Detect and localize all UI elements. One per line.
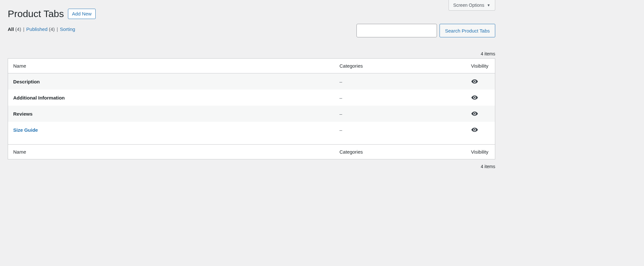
row-categories: –: [334, 122, 466, 145]
screen-options-label: Screen Options: [453, 3, 485, 8]
column-header-visibility[interactable]: Visibility: [466, 59, 495, 73]
eye-icon: [471, 94, 478, 101]
row-categories: –: [334, 106, 466, 122]
search-input[interactable]: [356, 24, 437, 37]
filter-all[interactable]: All (4): [8, 26, 21, 32]
column-footer-categories: Categories: [334, 145, 466, 159]
row-visibility: [466, 122, 495, 145]
add-new-button[interactable]: Add New: [68, 9, 96, 19]
row-name[interactable]: Description: [13, 79, 40, 84]
row-categories: –: [334, 73, 466, 90]
separator: |: [57, 26, 58, 32]
search-form: Search Product Tabs: [356, 24, 495, 37]
column-header-name[interactable]: Name: [8, 59, 335, 73]
eye-icon: [471, 126, 478, 133]
table-row: Reviews–: [8, 106, 495, 122]
eye-icon: [471, 78, 478, 85]
column-footer-name: Name: [8, 145, 335, 159]
row-visibility: [466, 90, 495, 106]
eye-icon: [471, 110, 478, 117]
table-row: Additional Information–: [8, 90, 495, 106]
item-count-top: 4 items: [8, 49, 495, 58]
column-footer-visibility: Visibility: [466, 145, 495, 159]
search-button[interactable]: Search Product Tabs: [440, 24, 495, 37]
row-name[interactable]: Reviews: [13, 111, 33, 117]
row-visibility: [466, 73, 495, 90]
product-tabs-table: Name Categories Visibility Description–A…: [8, 58, 495, 159]
chevron-down-icon: ▼: [487, 3, 490, 7]
table-row: Size Guide–: [8, 122, 495, 145]
filter-published[interactable]: Published (4): [26, 26, 55, 32]
screen-options-button[interactable]: Screen Options ▼: [449, 0, 495, 11]
row-name[interactable]: Size Guide: [13, 127, 38, 133]
item-count-bottom: 4 items: [8, 159, 495, 174]
table-row: Description–: [8, 73, 495, 90]
row-name[interactable]: Additional Information: [13, 95, 65, 100]
column-header-categories[interactable]: Categories: [334, 59, 466, 73]
page-title: Product Tabs: [8, 8, 64, 19]
row-visibility: [466, 106, 495, 122]
filter-sorting[interactable]: Sorting: [60, 26, 75, 32]
row-categories: –: [334, 90, 466, 106]
page-header: Product Tabs Add New: [8, 0, 495, 19]
separator: |: [23, 26, 24, 32]
